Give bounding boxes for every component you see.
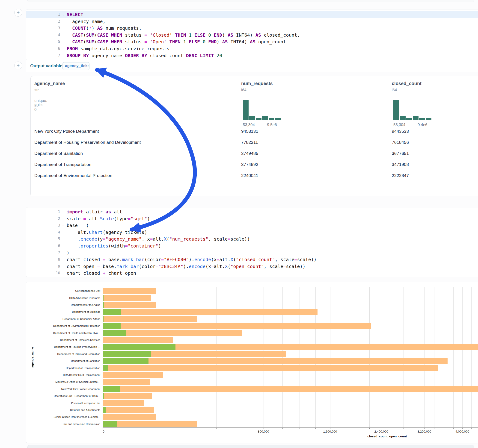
code-token: ) bbox=[158, 243, 161, 249]
code-token bbox=[81, 53, 83, 58]
line-number: 4 bbox=[49, 31, 60, 38]
histogram-bar bbox=[256, 118, 262, 120]
code-token: 'Closed' bbox=[150, 32, 172, 38]
code-token: "closed_count" bbox=[236, 257, 275, 262]
add-cell-button[interactable]: + bbox=[14, 62, 22, 69]
code-token: (width bbox=[108, 243, 125, 249]
column-name: closed_count bbox=[392, 81, 421, 86]
code-token: Scale bbox=[100, 216, 114, 221]
code-token: ( bbox=[228, 264, 230, 269]
code-token: alt. bbox=[214, 264, 225, 269]
code-token: , scale bbox=[275, 257, 294, 262]
code-token bbox=[108, 32, 111, 38]
code-token: ). bbox=[189, 257, 194, 262]
code-token: alt. bbox=[219, 257, 230, 262]
code-token: encode bbox=[81, 236, 97, 242]
fold-chevron-icon[interactable]: ⌄ bbox=[61, 222, 65, 229]
code-token: DESC bbox=[186, 53, 197, 58]
code-token: 20 bbox=[216, 53, 222, 58]
code-token: + bbox=[103, 270, 106, 276]
histogram-bar bbox=[249, 116, 255, 120]
next-cell-edge bbox=[27, 445, 474, 448]
cell-num-requests: 2240041 bbox=[241, 170, 258, 181]
code-token: ( bbox=[86, 25, 89, 31]
notebook-page: + + 1⌄SELECT 2 agency_name,3 COUNT(*) AS… bbox=[0, 0, 478, 448]
code-token: , scale bbox=[264, 264, 283, 269]
sql-code-editor[interactable]: 1⌄SELECT 2 agency_name,3 COUNT(*) AS num… bbox=[26, 9, 478, 60]
code-token: ( bbox=[83, 32, 86, 38]
code-token: = bbox=[283, 264, 286, 269]
python-code-editor[interactable]: 1import altair as alt2scale = alt.Scale(… bbox=[26, 207, 478, 277]
table-row: Department of Housing Preservation and D… bbox=[31, 137, 478, 148]
code-token bbox=[108, 39, 111, 44]
code-token: (agency_tickets) bbox=[103, 230, 147, 235]
code-token: status bbox=[122, 39, 144, 44]
code-token: CASE bbox=[97, 39, 108, 44]
code-token: SUM bbox=[86, 39, 94, 44]
code-token: mark_bar bbox=[122, 257, 144, 262]
cell-agency-name: New York City Police Department bbox=[34, 126, 99, 137]
line-number: 3 bbox=[49, 222, 60, 229]
code-token: ( bbox=[83, 39, 86, 44]
code-token: AS bbox=[97, 25, 103, 31]
code-token: = bbox=[97, 264, 100, 269]
code-token bbox=[205, 39, 208, 44]
code-token: BY bbox=[142, 53, 147, 58]
code-token: chart_closed bbox=[67, 257, 103, 262]
code-line: .properties(width="container") bbox=[67, 243, 161, 249]
column-type: i64 bbox=[392, 88, 397, 92]
output-variable-label: Output variable: bbox=[30, 63, 64, 68]
code-token: BY bbox=[83, 53, 89, 58]
line-number: 7 bbox=[49, 249, 60, 256]
code-token: ( bbox=[83, 223, 89, 228]
histogram-bar bbox=[393, 100, 399, 120]
code-token: mark_bar bbox=[117, 264, 139, 269]
line-number: 8 bbox=[49, 256, 60, 263]
cell-agency-name: Department of Transportation bbox=[34, 159, 91, 170]
code-token: ). bbox=[183, 264, 189, 269]
code-token: . bbox=[67, 236, 81, 242]
add-cell-button[interactable]: + bbox=[14, 9, 22, 17]
code-token bbox=[167, 39, 170, 44]
code-token: WHEN bbox=[111, 39, 122, 44]
code-line: SELECT bbox=[67, 11, 86, 18]
code-token: END bbox=[214, 32, 222, 38]
code-token: = bbox=[103, 257, 106, 262]
code-token: (x bbox=[211, 257, 216, 262]
code-line: CAST(SUM(CASE WHEN status = 'Closed' THE… bbox=[67, 31, 300, 38]
code-token: 1 bbox=[189, 32, 192, 38]
histogram-bar bbox=[413, 116, 419, 120]
code-token: ELSE bbox=[194, 32, 205, 38]
code-token: "#8BC34A" bbox=[158, 264, 183, 269]
code-line: COUNT(*) AS num_requests, bbox=[67, 25, 142, 31]
code-token: (x bbox=[205, 264, 211, 269]
output-variable-pill[interactable]: agency_tickets bbox=[63, 62, 89, 70]
code-line: FROM sample_data.nyc.service_requests bbox=[67, 45, 170, 52]
code-token: ) bbox=[216, 39, 222, 44]
code-token: FROM bbox=[67, 46, 78, 51]
code-line: chart_open = base.mark_bar(color="#8BC34… bbox=[67, 263, 306, 270]
code-token: alt. bbox=[153, 236, 164, 242]
table-header-divider bbox=[31, 202, 478, 202]
code-token: import bbox=[67, 209, 83, 215]
code-token: closed_count, bbox=[261, 32, 300, 38]
code-token: AS bbox=[256, 32, 261, 38]
code-token: CAST bbox=[72, 39, 83, 44]
code-token: AS bbox=[250, 39, 256, 44]
code-token: base bbox=[67, 223, 81, 228]
code-token: = bbox=[155, 264, 158, 269]
row-divider bbox=[31, 148, 478, 148]
code-token: AS bbox=[222, 39, 228, 44]
line-number: 7 bbox=[49, 52, 60, 59]
code-token: scale bbox=[67, 216, 83, 221]
code-token: = bbox=[144, 32, 147, 38]
code-token bbox=[67, 25, 72, 31]
code-token: ELSE bbox=[189, 39, 200, 44]
code-token bbox=[172, 32, 175, 38]
code-token: scale)) bbox=[286, 264, 305, 269]
code-token: alt. bbox=[86, 216, 100, 221]
code-token: (color bbox=[139, 264, 155, 269]
code-token: = bbox=[150, 236, 153, 242]
code-token: "agency_name" bbox=[106, 236, 142, 242]
fold-chevron-icon[interactable]: ⌄ bbox=[61, 11, 65, 18]
